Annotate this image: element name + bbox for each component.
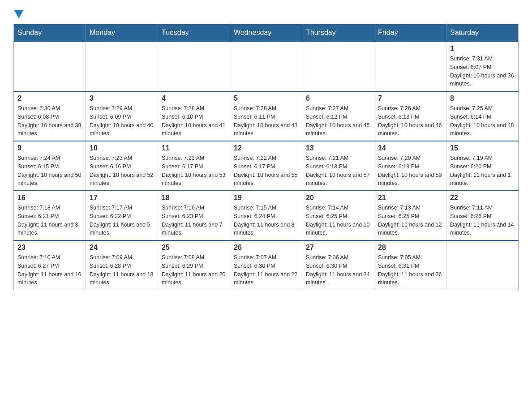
day-info: Sunrise: 7:29 AMSunset: 6:09 PMDaylight:… xyxy=(90,104,154,138)
svg-marker-0 xyxy=(14,10,23,18)
calendar-cell: 4Sunrise: 7:28 AMSunset: 6:10 PMDaylight… xyxy=(158,91,230,141)
day-number: 24 xyxy=(90,244,154,252)
calendar-week-1: 1Sunrise: 7:31 AMSunset: 6:07 PMDaylight… xyxy=(14,42,519,91)
calendar-header: SundayMondayTuesdayWednesdayThursdayFrid… xyxy=(14,24,519,42)
day-number: 15 xyxy=(450,144,515,152)
weekday-header-saturday: Saturday xyxy=(446,24,519,42)
day-number: 18 xyxy=(162,194,226,202)
calendar-cell: 27Sunrise: 7:06 AMSunset: 6:30 PMDayligh… xyxy=(302,240,374,290)
day-info: Sunrise: 7:14 AMSunset: 6:25 PMDaylight:… xyxy=(306,204,370,237)
weekday-header-wednesday: Wednesday xyxy=(230,24,302,42)
day-number: 17 xyxy=(90,194,154,202)
day-number: 2 xyxy=(17,94,82,103)
day-number: 5 xyxy=(234,94,298,103)
day-number: 1 xyxy=(450,45,515,53)
day-number: 13 xyxy=(306,144,370,152)
day-info: Sunrise: 7:25 AMSunset: 6:14 PMDaylight:… xyxy=(450,104,515,138)
calendar-cell: 13Sunrise: 7:21 AMSunset: 6:18 PMDayligh… xyxy=(302,141,374,191)
day-number: 23 xyxy=(17,244,82,252)
day-info: Sunrise: 7:11 AMSunset: 6:26 PMDaylight:… xyxy=(450,204,515,237)
calendar-cell: 3Sunrise: 7:29 AMSunset: 6:09 PMDaylight… xyxy=(86,91,158,141)
day-info: Sunrise: 7:18 AMSunset: 6:21 PMDaylight:… xyxy=(17,204,82,237)
day-info: Sunrise: 7:08 AMSunset: 6:29 PMDaylight:… xyxy=(162,253,226,287)
day-info: Sunrise: 7:30 AMSunset: 6:08 PMDaylight:… xyxy=(17,104,82,138)
day-info: Sunrise: 7:27 AMSunset: 6:12 PMDaylight:… xyxy=(306,104,370,138)
calendar-cell: 26Sunrise: 7:07 AMSunset: 6:30 PMDayligh… xyxy=(230,240,302,290)
day-number: 8 xyxy=(450,94,515,103)
day-info: Sunrise: 7:10 AMSunset: 6:27 PMDaylight:… xyxy=(17,253,82,287)
logo xyxy=(13,9,23,19)
calendar-cell: 18Sunrise: 7:16 AMSunset: 6:23 PMDayligh… xyxy=(158,191,230,240)
calendar-cell: 16Sunrise: 7:18 AMSunset: 6:21 PMDayligh… xyxy=(14,191,86,240)
day-info: Sunrise: 7:16 AMSunset: 6:23 PMDaylight:… xyxy=(162,204,226,237)
day-info: Sunrise: 7:31 AMSunset: 6:07 PMDaylight:… xyxy=(450,55,515,88)
calendar-cell: 6Sunrise: 7:27 AMSunset: 6:12 PMDaylight… xyxy=(302,91,374,141)
day-info: Sunrise: 7:22 AMSunset: 6:17 PMDaylight:… xyxy=(234,154,298,188)
calendar-cell: 17Sunrise: 7:17 AMSunset: 6:22 PMDayligh… xyxy=(86,191,158,240)
day-info: Sunrise: 7:05 AMSunset: 6:31 PMDaylight:… xyxy=(378,253,442,287)
calendar-cell: 8Sunrise: 7:25 AMSunset: 6:14 PMDaylight… xyxy=(446,91,519,141)
calendar-cell: 9Sunrise: 7:24 AMSunset: 6:15 PMDaylight… xyxy=(14,141,86,191)
calendar-cell: 7Sunrise: 7:26 AMSunset: 6:13 PMDaylight… xyxy=(374,91,446,141)
calendar-cell: 25Sunrise: 7:08 AMSunset: 6:29 PMDayligh… xyxy=(158,240,230,290)
calendar-cell: 24Sunrise: 7:09 AMSunset: 6:28 PMDayligh… xyxy=(86,240,158,290)
day-number: 25 xyxy=(162,244,226,252)
calendar-cell xyxy=(86,42,158,91)
calendar-cell xyxy=(302,42,374,91)
weekday-header-monday: Monday xyxy=(86,24,158,42)
day-number: 3 xyxy=(90,94,154,103)
calendar-cell: 28Sunrise: 7:05 AMSunset: 6:31 PMDayligh… xyxy=(374,240,446,290)
day-info: Sunrise: 7:20 AMSunset: 6:19 PMDaylight:… xyxy=(378,154,442,188)
calendar-cell: 14Sunrise: 7:20 AMSunset: 6:19 PMDayligh… xyxy=(374,141,446,191)
day-info: Sunrise: 7:07 AMSunset: 6:30 PMDaylight:… xyxy=(234,253,298,287)
day-number: 28 xyxy=(378,244,442,252)
day-info: Sunrise: 7:26 AMSunset: 6:13 PMDaylight:… xyxy=(378,104,442,138)
logo-triangle-icon xyxy=(14,10,23,19)
day-info: Sunrise: 7:21 AMSunset: 6:18 PMDaylight:… xyxy=(306,154,370,188)
day-number: 4 xyxy=(162,94,226,103)
calendar-cell: 1Sunrise: 7:31 AMSunset: 6:07 PMDaylight… xyxy=(446,42,519,91)
calendar-cell: 20Sunrise: 7:14 AMSunset: 6:25 PMDayligh… xyxy=(302,191,374,240)
day-info: Sunrise: 7:17 AMSunset: 6:22 PMDaylight:… xyxy=(90,204,154,237)
day-number: 20 xyxy=(306,194,370,202)
calendar-cell xyxy=(446,240,519,290)
weekday-header-tuesday: Tuesday xyxy=(158,24,230,42)
day-number: 26 xyxy=(234,244,298,252)
day-number: 11 xyxy=(162,144,226,152)
day-info: Sunrise: 7:13 AMSunset: 6:25 PMDaylight:… xyxy=(378,204,442,237)
day-number: 22 xyxy=(450,194,515,202)
day-info: Sunrise: 7:23 AMSunset: 6:16 PMDaylight:… xyxy=(90,154,154,188)
calendar-cell: 12Sunrise: 7:22 AMSunset: 6:17 PMDayligh… xyxy=(230,141,302,191)
weekday-header-thursday: Thursday xyxy=(302,24,374,42)
calendar-week-2: 2Sunrise: 7:30 AMSunset: 6:08 PMDaylight… xyxy=(14,91,519,141)
calendar-cell xyxy=(230,42,302,91)
calendar-cell: 21Sunrise: 7:13 AMSunset: 6:25 PMDayligh… xyxy=(374,191,446,240)
calendar-table: SundayMondayTuesdayWednesdayThursdayFrid… xyxy=(13,24,519,290)
day-info: Sunrise: 7:15 AMSunset: 6:24 PMDaylight:… xyxy=(234,204,298,237)
day-number: 14 xyxy=(378,144,442,152)
calendar-cell: 22Sunrise: 7:11 AMSunset: 6:26 PMDayligh… xyxy=(446,191,519,240)
day-number: 9 xyxy=(17,144,82,152)
calendar-week-4: 16Sunrise: 7:18 AMSunset: 6:21 PMDayligh… xyxy=(14,191,519,240)
calendar-cell: 5Sunrise: 7:28 AMSunset: 6:11 PMDaylight… xyxy=(230,91,302,141)
calendar-cell: 2Sunrise: 7:30 AMSunset: 6:08 PMDaylight… xyxy=(14,91,86,141)
calendar-cell: 10Sunrise: 7:23 AMSunset: 6:16 PMDayligh… xyxy=(86,141,158,191)
day-number: 6 xyxy=(306,94,370,103)
day-info: Sunrise: 7:23 AMSunset: 6:17 PMDaylight:… xyxy=(162,154,226,188)
day-info: Sunrise: 7:24 AMSunset: 6:15 PMDaylight:… xyxy=(17,154,82,188)
day-number: 7 xyxy=(378,94,442,103)
day-info: Sunrise: 7:28 AMSunset: 6:11 PMDaylight:… xyxy=(234,104,298,138)
day-info: Sunrise: 7:19 AMSunset: 6:20 PMDaylight:… xyxy=(450,154,515,188)
day-info: Sunrise: 7:06 AMSunset: 6:30 PMDaylight:… xyxy=(306,253,370,287)
calendar-week-3: 9Sunrise: 7:24 AMSunset: 6:15 PMDaylight… xyxy=(14,141,519,191)
day-number: 27 xyxy=(306,244,370,252)
weekday-header-sunday: Sunday xyxy=(14,24,86,42)
calendar-cell xyxy=(374,42,446,91)
day-number: 21 xyxy=(378,194,442,202)
calendar-cell xyxy=(14,42,86,91)
calendar-cell: 19Sunrise: 7:15 AMSunset: 6:24 PMDayligh… xyxy=(230,191,302,240)
calendar-cell: 11Sunrise: 7:23 AMSunset: 6:17 PMDayligh… xyxy=(158,141,230,191)
day-number: 12 xyxy=(234,144,298,152)
calendar-cell: 15Sunrise: 7:19 AMSunset: 6:20 PMDayligh… xyxy=(446,141,519,191)
calendar-cell: 23Sunrise: 7:10 AMSunset: 6:27 PMDayligh… xyxy=(14,240,86,290)
